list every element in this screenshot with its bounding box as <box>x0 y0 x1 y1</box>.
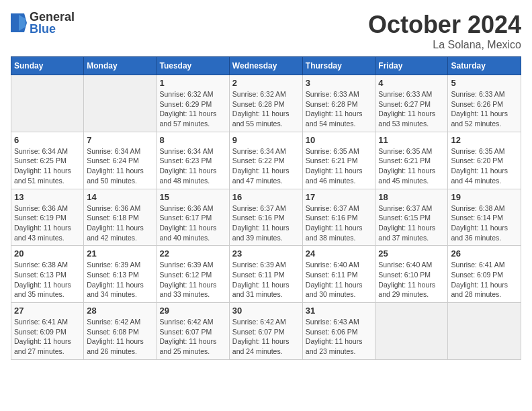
weekday-header-thursday: Thursday <box>302 57 375 75</box>
day-info: Sunrise: 6:38 AMSunset: 6:14 PMDaylight:… <box>451 204 508 242</box>
calendar-cell: 22 Sunrise: 6:39 AMSunset: 6:12 PMDaylig… <box>157 246 229 303</box>
day-info: Sunrise: 6:36 AMSunset: 6:18 PMDaylight:… <box>87 204 144 242</box>
day-number: 28 <box>87 306 153 316</box>
day-info: Sunrise: 6:34 AMSunset: 6:22 PMDaylight:… <box>232 147 290 185</box>
calendar-table: SundayMondayTuesdayWednesdayThursdayFrid… <box>11 56 521 360</box>
day-info: Sunrise: 6:40 AMSunset: 6:10 PMDaylight:… <box>378 261 435 298</box>
calendar-cell <box>11 75 84 132</box>
day-number: 15 <box>160 192 226 202</box>
calendar-cell: 7 Sunrise: 6:34 AMSunset: 6:24 PMDayligh… <box>84 132 157 189</box>
day-info: Sunrise: 6:35 AMSunset: 6:21 PMDaylight:… <box>378 147 435 185</box>
calendar-cell: 27 Sunrise: 6:41 AMSunset: 6:09 PMDaylig… <box>11 303 84 360</box>
calendar-week-row: 1 Sunrise: 6:32 AMSunset: 6:29 PMDayligh… <box>11 75 521 132</box>
day-info: Sunrise: 6:43 AMSunset: 6:06 PMDaylight:… <box>306 318 363 355</box>
calendar-cell: 9 Sunrise: 6:34 AMSunset: 6:22 PMDayligh… <box>229 132 302 189</box>
calendar-cell: 21 Sunrise: 6:39 AMSunset: 6:13 PMDaylig… <box>84 246 157 303</box>
day-info: Sunrise: 6:33 AMSunset: 6:28 PMDaylight:… <box>306 90 363 128</box>
page-header: General Blue October 2024 La Solana, Mex… <box>11 11 521 51</box>
day-info: Sunrise: 6:39 AMSunset: 6:13 PMDaylight:… <box>87 261 144 298</box>
calendar-cell: 3 Sunrise: 6:33 AMSunset: 6:28 PMDayligh… <box>302 75 375 132</box>
day-number: 17 <box>306 192 373 202</box>
day-info: Sunrise: 6:35 AMSunset: 6:21 PMDaylight:… <box>306 147 363 185</box>
calendar-cell: 29 Sunrise: 6:42 AMSunset: 6:07 PMDaylig… <box>157 303 229 360</box>
title-block: October 2024 La Solana, Mexico <box>368 11 521 51</box>
day-number: 3 <box>306 78 373 88</box>
day-number: 13 <box>14 192 81 202</box>
calendar-cell: 31 Sunrise: 6:43 AMSunset: 6:06 PMDaylig… <box>302 303 375 360</box>
day-info: Sunrise: 6:34 AMSunset: 6:25 PMDaylight:… <box>14 147 71 185</box>
day-info: Sunrise: 6:33 AMSunset: 6:26 PMDaylight:… <box>451 90 508 128</box>
day-number: 27 <box>14 306 81 316</box>
calendar-cell: 4 Sunrise: 6:33 AMSunset: 6:27 PMDayligh… <box>375 75 448 132</box>
calendar-cell: 19 Sunrise: 6:38 AMSunset: 6:14 PMDaylig… <box>448 189 521 246</box>
day-number: 20 <box>14 248 81 259</box>
calendar-cell: 20 Sunrise: 6:38 AMSunset: 6:13 PMDaylig… <box>11 246 84 303</box>
day-number: 22 <box>160 248 226 259</box>
calendar-cell: 11 Sunrise: 6:35 AMSunset: 6:21 PMDaylig… <box>375 132 448 189</box>
day-number: 24 <box>306 248 373 259</box>
weekday-header-tuesday: Tuesday <box>157 57 229 75</box>
weekday-header-sunday: Sunday <box>11 57 84 75</box>
calendar-cell: 12 Sunrise: 6:35 AMSunset: 6:20 PMDaylig… <box>448 132 521 189</box>
calendar-cell: 14 Sunrise: 6:36 AMSunset: 6:18 PMDaylig… <box>84 189 157 246</box>
calendar-cell: 17 Sunrise: 6:37 AMSunset: 6:16 PMDaylig… <box>302 189 375 246</box>
calendar-cell: 15 Sunrise: 6:36 AMSunset: 6:17 PMDaylig… <box>157 189 229 246</box>
day-number: 2 <box>232 78 300 88</box>
day-info: Sunrise: 6:42 AMSunset: 6:07 PMDaylight:… <box>160 318 217 355</box>
weekday-header-row: SundayMondayTuesdayWednesdayThursdayFrid… <box>11 57 521 75</box>
day-info: Sunrise: 6:39 AMSunset: 6:11 PMDaylight:… <box>232 261 290 298</box>
day-number: 12 <box>451 135 518 145</box>
day-number: 18 <box>378 192 445 202</box>
calendar-week-row: 20 Sunrise: 6:38 AMSunset: 6:13 PMDaylig… <box>11 246 521 303</box>
calendar-cell: 16 Sunrise: 6:37 AMSunset: 6:16 PMDaylig… <box>229 189 302 246</box>
calendar-cell: 28 Sunrise: 6:42 AMSunset: 6:08 PMDaylig… <box>84 303 157 360</box>
calendar-week-row: 13 Sunrise: 6:36 AMSunset: 6:19 PMDaylig… <box>11 189 521 246</box>
weekday-header-friday: Friday <box>375 57 448 75</box>
calendar-cell: 26 Sunrise: 6:41 AMSunset: 6:09 PMDaylig… <box>448 246 521 303</box>
day-info: Sunrise: 6:34 AMSunset: 6:24 PMDaylight:… <box>87 147 144 185</box>
day-info: Sunrise: 6:42 AMSunset: 6:08 PMDaylight:… <box>87 318 144 355</box>
day-info: Sunrise: 6:37 AMSunset: 6:16 PMDaylight:… <box>232 204 290 242</box>
day-info: Sunrise: 6:37 AMSunset: 6:15 PMDaylight:… <box>378 204 435 242</box>
calendar-cell: 6 Sunrise: 6:34 AMSunset: 6:25 PMDayligh… <box>11 132 84 189</box>
calendar-cell: 1 Sunrise: 6:32 AMSunset: 6:29 PMDayligh… <box>157 75 229 132</box>
day-number: 14 <box>87 192 153 202</box>
calendar-cell: 18 Sunrise: 6:37 AMSunset: 6:15 PMDaylig… <box>375 189 448 246</box>
day-info: Sunrise: 6:41 AMSunset: 6:09 PMDaylight:… <box>14 318 71 355</box>
day-number: 29 <box>160 306 226 316</box>
day-number: 19 <box>451 192 518 202</box>
day-number: 7 <box>87 135 153 145</box>
calendar-cell: 13 Sunrise: 6:36 AMSunset: 6:19 PMDaylig… <box>11 189 84 246</box>
logo-icon <box>11 13 27 32</box>
day-number: 16 <box>232 192 300 202</box>
day-number: 21 <box>87 248 153 259</box>
day-number: 26 <box>451 248 518 259</box>
day-number: 8 <box>160 135 226 145</box>
day-number: 9 <box>232 135 300 145</box>
day-info: Sunrise: 6:34 AMSunset: 6:23 PMDaylight:… <box>160 147 217 185</box>
calendar-subtitle: La Solana, Mexico <box>368 39 521 51</box>
calendar-week-row: 6 Sunrise: 6:34 AMSunset: 6:25 PMDayligh… <box>11 132 521 189</box>
day-number: 1 <box>160 78 226 88</box>
day-info: Sunrise: 6:33 AMSunset: 6:27 PMDaylight:… <box>378 90 435 128</box>
calendar-cell: 23 Sunrise: 6:39 AMSunset: 6:11 PMDaylig… <box>229 246 302 303</box>
calendar-cell <box>84 75 157 132</box>
day-number: 25 <box>378 248 445 259</box>
day-number: 23 <box>232 248 300 259</box>
day-info: Sunrise: 6:40 AMSunset: 6:11 PMDaylight:… <box>306 261 363 298</box>
day-info: Sunrise: 6:41 AMSunset: 6:09 PMDaylight:… <box>451 261 508 298</box>
day-number: 4 <box>378 78 445 88</box>
day-info: Sunrise: 6:42 AMSunset: 6:07 PMDaylight:… <box>232 318 290 355</box>
calendar-cell: 25 Sunrise: 6:40 AMSunset: 6:10 PMDaylig… <box>375 246 448 303</box>
day-info: Sunrise: 6:32 AMSunset: 6:29 PMDaylight:… <box>160 90 217 128</box>
weekday-header-saturday: Saturday <box>448 57 521 75</box>
day-number: 31 <box>306 306 373 316</box>
calendar-cell: 10 Sunrise: 6:35 AMSunset: 6:21 PMDaylig… <box>302 132 375 189</box>
day-number: 10 <box>306 135 373 145</box>
calendar-cell: 2 Sunrise: 6:32 AMSunset: 6:28 PMDayligh… <box>229 75 302 132</box>
day-info: Sunrise: 6:36 AMSunset: 6:19 PMDaylight:… <box>14 204 71 242</box>
calendar-cell <box>375 303 448 360</box>
logo: General Blue <box>11 11 75 35</box>
day-number: 5 <box>451 78 518 88</box>
calendar-cell: 30 Sunrise: 6:42 AMSunset: 6:07 PMDaylig… <box>229 303 302 360</box>
